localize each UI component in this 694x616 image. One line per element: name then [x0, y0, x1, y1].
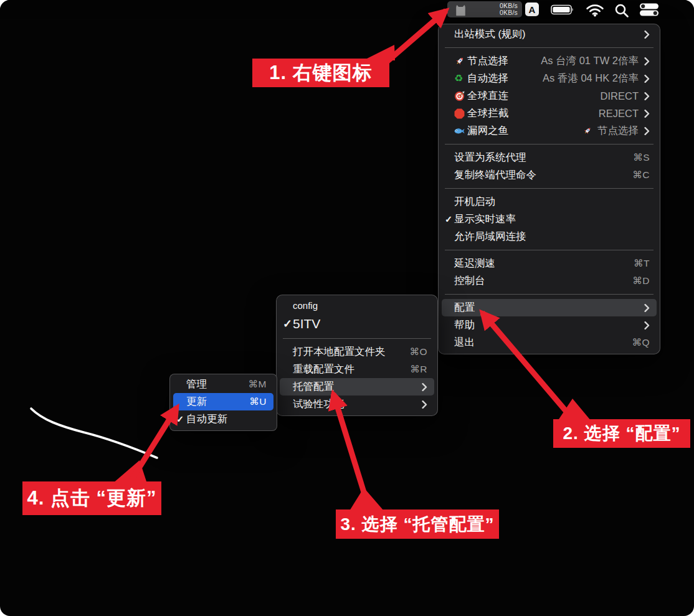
download-speed: 0KB/s: [500, 9, 518, 17]
chevron-right-icon: [644, 127, 650, 135]
chevron-right-icon: [644, 110, 650, 118]
menu-item-label: 5ITV: [293, 316, 320, 331]
menu-item-proxy-group[interactable]: 节点选择 As 台湾 01 TW 2倍率: [442, 52, 657, 70]
check-icon: ✓: [176, 414, 186, 424]
menu-item-label: 全球拦截: [467, 107, 508, 120]
recycle-icon: ♻: [454, 73, 467, 83]
menu-item-allow-lan[interactable]: 允许局域网连接: [442, 228, 657, 245]
menu-item-dashboard[interactable]: 控制台 ⌘D: [442, 272, 657, 290]
shortcut: ⌘C: [632, 169, 650, 181]
menu-item-launch-at-login[interactable]: 开机启动: [442, 193, 657, 211]
menu-bar: 0KB/s 0KB/s A: [0, 0, 694, 19]
selected-node: DIRECT: [601, 90, 639, 102]
shortcut: ⌘U: [249, 396, 267, 407]
menu-item-label: 重载配置文件: [293, 362, 354, 376]
menu-item-update[interactable]: 更新 ⌘U: [173, 393, 273, 410]
menu-separator: [283, 338, 431, 339]
menu-item-outbound-mode[interactable]: 出站模式 (规则): [442, 26, 657, 43]
annotation-step-4: 4. 点击 “更新”: [22, 481, 161, 515]
shortcut: ⌘S: [633, 152, 650, 163]
input-source-menu[interactable]: A: [525, 2, 539, 16]
menu-item-copy-terminal-command[interactable]: 复制终端代理命令 ⌘C: [442, 166, 657, 184]
menu-item-manage[interactable]: 管理 ⌘M: [173, 376, 273, 393]
input-source-badge: A: [529, 4, 536, 15]
menu-item-label: 管理: [186, 377, 207, 391]
chevron-right-icon: [422, 400, 427, 409]
menu-item-config-profile[interactable]: config: [280, 296, 434, 314]
shortcut: ⌘T: [634, 258, 650, 269]
chevron-right-icon: [644, 92, 650, 100]
battery-icon: [551, 4, 576, 15]
fish-icon: [454, 126, 467, 136]
hosted-config-submenu: 管理 ⌘M 更新 ⌘U ✓ 自动更新: [169, 374, 277, 431]
check-icon: ✓: [283, 317, 293, 331]
menu-item-label: 允许局域网连接: [454, 230, 526, 244]
menu-item-experimental[interactable]: 试验性功能: [280, 396, 434, 413]
selected-node: As 台湾 01 TW 2倍率: [541, 54, 639, 68]
chevron-right-icon: [644, 304, 650, 312]
annotation-text: 1. 右键图标: [269, 60, 372, 86]
menu-item-label: 退出: [454, 336, 475, 349]
menu-item-proxy-group[interactable]: ♻ 自动选择 As 香港 04 HK 2倍率: [442, 70, 657, 87]
stop-icon: [454, 108, 467, 119]
menu-item-config[interactable]: 配置: [442, 299, 657, 316]
menu-item-label: 自动选择: [467, 72, 508, 85]
menu-item-help[interactable]: 帮助: [442, 316, 657, 334]
menu-item-label: 节点选择: [467, 54, 508, 68]
menu-separator: [445, 144, 654, 145]
menu-item-label: 自动更新: [186, 412, 227, 426]
shortcut: ⌘R: [410, 364, 427, 375]
shortcut: ⌘D: [632, 275, 650, 287]
menu-item-label: 托管配置: [293, 380, 334, 394]
chevron-right-icon: [644, 321, 650, 329]
rocket-icon: [454, 56, 467, 67]
target-icon: [454, 91, 467, 102]
spotlight-menu[interactable]: [614, 3, 630, 17]
menu-item-proxy-group[interactable]: 全球拦截 REJECT: [442, 105, 657, 122]
menu-separator: [445, 47, 654, 48]
annotation-text: 2. 选择 “配置”: [563, 422, 681, 445]
menu-item-hosted-config[interactable]: 托管配置: [280, 378, 434, 396]
menu-item-label: 更新: [186, 395, 207, 409]
menu-item-open-config-folder[interactable]: 打开本地配置文件夹 ⌘O: [280, 343, 434, 361]
menu-item-label: 出站模式 (规则): [454, 27, 526, 41]
menu-item-label: 开机启动: [454, 195, 495, 209]
menu-item-proxy-group[interactable]: 全球直连 DIRECT: [442, 87, 657, 105]
annotation-step-3: 3. 选择 “托管配置”: [336, 509, 499, 539]
menu-item-proxy-group[interactable]: 漏网之鱼 节点选择: [442, 122, 657, 140]
wifi-menu[interactable]: [584, 3, 606, 17]
network-speed-readout: 0KB/s 0KB/s: [500, 2, 518, 17]
menu-item-label: 设置为系统代理: [454, 151, 526, 164]
clash-main-menu: 出站模式 (规则) 节点选择 As 台湾 01 TW 2倍率 ♻ 自动选择 As…: [438, 24, 660, 354]
selected-node: As 香港 04 HK 2倍率: [543, 72, 639, 85]
annotation-step-2: 2. 选择 “配置”: [553, 419, 690, 448]
chevron-right-icon: [644, 75, 650, 83]
menu-item-quit[interactable]: 退出 ⌘Q: [442, 334, 657, 351]
menu-item-label: 配置: [454, 301, 475, 315]
battery-menu[interactable]: [551, 4, 576, 15]
menu-item-label: 打开本地配置文件夹: [293, 345, 386, 359]
menu-item-label: 帮助: [454, 318, 475, 332]
control-center-menu[interactable]: [639, 3, 659, 16]
menu-item-label: 全球直连: [467, 89, 508, 103]
shortcut: ⌘O: [409, 346, 427, 358]
clash-cat-icon: [453, 1, 468, 17]
control-center-icon: [639, 3, 659, 16]
menu-item-label: 显示实时速率: [454, 212, 516, 226]
search-icon: [614, 3, 629, 18]
clash-status-item[interactable]: 0KB/s 0KB/s: [447, 1, 522, 17]
wifi-icon: [584, 3, 606, 17]
menu-item-set-system-proxy[interactable]: 设置为系统代理 ⌘S: [442, 149, 657, 166]
menu-item-label: 延迟测速: [454, 257, 495, 270]
menu-item-5itv-profile[interactable]: ✓ 5ITV: [280, 314, 434, 334]
shortcut: ⌘M: [249, 379, 267, 390]
menu-item-label: 复制终端代理命令: [454, 168, 536, 182]
menu-item-show-speed[interactable]: ✓ 显示实时速率: [442, 211, 657, 228]
menu-separator: [445, 188, 654, 189]
menu-item-auto-update[interactable]: ✓ 自动更新: [173, 410, 273, 428]
menu-item-reload-config[interactable]: 重载配置文件 ⌘R: [280, 361, 434, 378]
desktop: 0KB/s 0KB/s A: [0, 0, 694, 616]
selected-node: 节点选择: [597, 124, 639, 138]
check-icon: ✓: [445, 214, 454, 224]
menu-item-latency-test[interactable]: 延迟测速 ⌘T: [442, 255, 657, 272]
